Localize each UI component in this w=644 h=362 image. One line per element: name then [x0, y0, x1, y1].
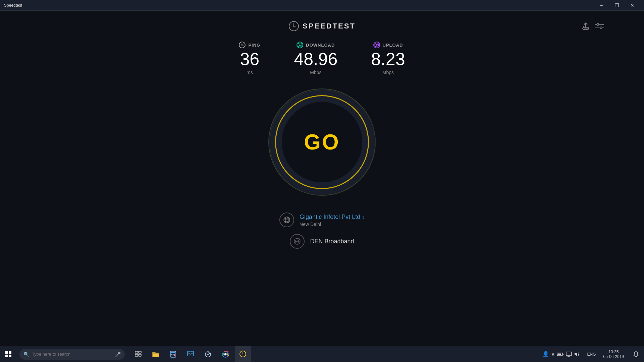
taskbar-search[interactable]: 🔍 🎤: [19, 349, 125, 360]
maximize-button[interactable]: ❐: [609, 0, 625, 11]
taskbar-search-input[interactable]: [32, 352, 112, 357]
speedometer-outer: GO: [268, 88, 376, 196]
svg-point-1: [293, 25, 294, 27]
upload-icon: [373, 42, 380, 48]
taskview-button[interactable]: [130, 346, 146, 362]
store-icon: [187, 351, 194, 358]
stat-upload: UPLOAD 8.23 Mbps: [371, 42, 405, 75]
file-explorer-button[interactable]: [148, 346, 164, 362]
svg-rect-28: [174, 354, 175, 355]
title-bar-title: Speedtest: [4, 3, 22, 8]
svg-point-34: [207, 354, 209, 355]
svg-rect-30: [173, 356, 174, 356]
svg-rect-18: [5, 355, 8, 357]
calculator-icon: [170, 351, 176, 358]
speedtest-taskbar-button[interactable]: [235, 346, 251, 362]
svg-rect-20: [135, 351, 138, 353]
taskbar-search-icon: 🔍: [23, 352, 29, 357]
store-button[interactable]: [182, 346, 199, 362]
speedometer-inner[interactable]: GO: [282, 102, 362, 182]
calculator-button[interactable]: [165, 346, 181, 362]
svg-marker-46: [575, 352, 577, 356]
notification-button[interactable]: [629, 346, 643, 362]
download-icon: [297, 42, 303, 48]
logo-text: SPEEDTEST: [303, 22, 356, 31]
network-icon: [290, 234, 305, 249]
volume-icon: [574, 352, 580, 357]
svg-rect-23: [139, 354, 141, 356]
svg-point-7: [600, 27, 602, 29]
stat-download: DOWNLOAD 48.96 Mbps: [294, 42, 337, 75]
download-label: DOWNLOAD: [297, 42, 335, 48]
clock-time: 13:35: [608, 350, 619, 354]
share-button[interactable]: [582, 22, 590, 30]
speedtest-logo-icon: [288, 21, 299, 32]
svg-rect-43: [566, 352, 572, 356]
windows-icon: [5, 351, 11, 357]
svg-rect-22: [135, 354, 138, 356]
isp-provider-item: Gigantic Infotel Pvt Ltd › New Delhi: [279, 213, 365, 227]
start-button[interactable]: [0, 346, 17, 362]
svg-rect-19: [9, 355, 11, 357]
svg-point-39: [243, 353, 244, 354]
system-tray[interactable]: 👤 ∧: [540, 346, 583, 362]
upload-unit: Mbps: [382, 70, 394, 75]
isp-name[interactable]: Gigantic Infotel Pvt Ltd ›: [300, 213, 365, 221]
svg-point-5: [597, 23, 599, 25]
monitor-icon: [566, 352, 572, 357]
minimize-button[interactable]: −: [594, 0, 609, 11]
settings-button[interactable]: [595, 23, 604, 29]
close-button[interactable]: ✕: [625, 0, 640, 11]
svg-rect-27: [173, 354, 174, 355]
download-unit: Mbps: [310, 70, 321, 75]
ping-value: 36: [240, 50, 259, 68]
person-icon: 👤: [542, 351, 549, 357]
language-indicator: ENG: [585, 352, 598, 357]
download-value: 48.96: [294, 50, 337, 68]
network-info: DEN Broadband: [310, 238, 354, 245]
chrome-button[interactable]: [217, 346, 233, 362]
network-item: DEN Broadband: [290, 234, 354, 249]
title-bar-left: Speedtest: [4, 3, 22, 8]
ping-unit: ms: [247, 70, 253, 75]
svg-rect-25: [171, 352, 175, 353]
battery-icon: [557, 352, 564, 356]
title-bar-controls: − ❐ ✕: [594, 0, 640, 11]
stat-ping: ⊕ PING 36 ms: [239, 42, 260, 75]
app-main: SPEEDTEST: [0, 11, 644, 346]
svg-point-37: [224, 353, 226, 355]
isp-section: Gigantic Infotel Pvt Ltd › New Delhi DEN…: [279, 213, 365, 249]
taskbar-center-icons: [130, 346, 251, 362]
taskbar-mic-icon[interactable]: 🎤: [115, 352, 121, 357]
svg-rect-16: [5, 351, 8, 354]
taskbar-right: 👤 ∧ ENG 13:35 05-06-2019: [540, 346, 644, 362]
speedometer-container: GO: [268, 88, 376, 196]
upload-label: UPLOAD: [373, 42, 403, 48]
network-name: DEN Broadband: [310, 238, 354, 245]
file-explorer-icon: [152, 351, 159, 358]
steam-button[interactable]: [200, 346, 216, 362]
svg-rect-31: [174, 355, 175, 356]
header-actions: [582, 22, 604, 30]
title-bar: Speedtest − ❐ ✕: [0, 0, 644, 11]
ping-label: ⊕ PING: [239, 42, 260, 48]
isp-info: Gigantic Infotel Pvt Ltd › New Delhi: [300, 213, 365, 227]
logo-area: SPEEDTEST: [288, 21, 356, 32]
upload-value: 8.23: [371, 50, 405, 68]
svg-rect-32: [187, 351, 194, 356]
isp-city: New Delhi: [300, 222, 365, 227]
isp-globe-icon: [279, 213, 294, 227]
speedtest-taskbar-icon: [239, 350, 247, 358]
up-arrow-icon: ∧: [551, 351, 555, 357]
go-button[interactable]: GO: [304, 130, 340, 155]
clock-date: 05-06-2019: [603, 354, 624, 359]
chrome-icon: [222, 351, 229, 358]
svg-rect-26: [171, 354, 172, 355]
share-icon: [582, 22, 590, 30]
taskbar-clock[interactable]: 13:35 05-06-2019: [601, 346, 627, 362]
settings-icon: [595, 23, 604, 29]
svg-rect-2: [583, 28, 589, 29]
svg-rect-21: [139, 351, 141, 353]
app-header: SPEEDTEST: [7, 21, 637, 32]
notification-icon: [633, 351, 639, 357]
